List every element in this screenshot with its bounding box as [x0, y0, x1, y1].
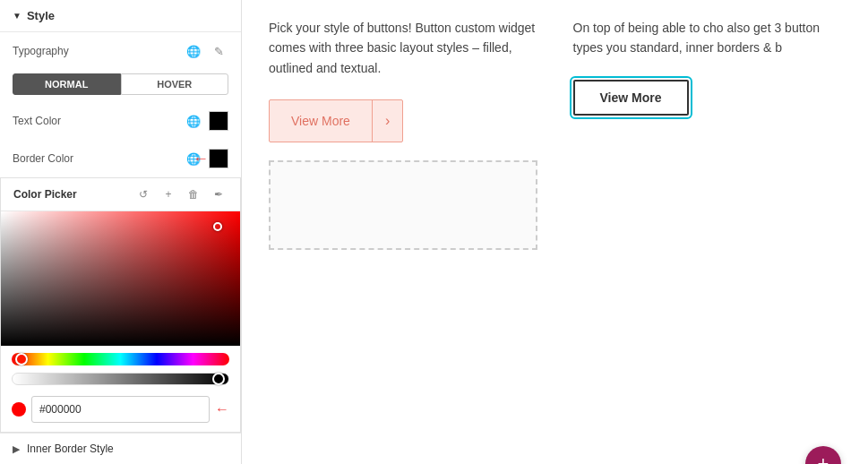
typography-row: Typography 🌐 ✎ [0, 32, 241, 70]
content-col-2: On top of being able to cho also get 3 b… [573, 18, 842, 250]
btn-arrow-icon[interactable]: › [373, 102, 402, 140]
content-col-1: Pick your style of buttons! Button custo… [269, 18, 537, 250]
state-tab-row: NORMAL HOVER [13, 73, 228, 95]
border-color-row: Border Color 🌐 ← [0, 140, 241, 177]
pencil-icon[interactable]: ✎ [209, 41, 228, 61]
rotate-icon[interactable]: ↺ [134, 185, 152, 203]
picker-dot[interactable] [213, 222, 222, 231]
border-color-label: Border Color [13, 152, 73, 165]
text-color-label: Text Color [13, 115, 61, 127]
content-columns: Pick your style of buttons! Button custo… [269, 18, 841, 250]
red-arrow-indicator: ← [193, 150, 209, 168]
alpha-thumb[interactable] [212, 373, 225, 385]
hex-color-dot [12, 402, 26, 417]
color-picker: Color Picker ↺ + 🗑 ✒ [0, 177, 241, 433]
view-more-button-1[interactable]: View More › [269, 99, 403, 142]
hue-slider[interactable] [12, 353, 229, 365]
style-header-label: Style [27, 9, 55, 22]
view-more-label-1[interactable]: View More [270, 103, 372, 139]
hex-red-arrow: ← [215, 401, 229, 417]
view-more-button-2[interactable]: View More [573, 80, 689, 116]
tab-normal[interactable]: NORMAL [13, 73, 121, 95]
hue-thumb[interactable] [15, 353, 28, 365]
text-color-swatch[interactable] [209, 111, 228, 131]
view-more-label-2[interactable]: View More [600, 90, 662, 105]
hue-slider-wrap [1, 346, 240, 369]
text-color-row: Text Color 🌐 [0, 102, 241, 140]
trash-icon[interactable]: 🗑 [185, 185, 202, 203]
hex-input-wrap: ← [1, 392, 240, 432]
main-content: Pick your style of buttons! Button custo… [242, 0, 868, 464]
globe-icon[interactable]: 🌐 [184, 41, 203, 61]
color-picker-title: Color Picker [13, 188, 127, 201]
typography-icons: 🌐 ✎ [184, 41, 228, 61]
alpha-slider-wrap [1, 369, 240, 392]
eyedropper-icon[interactable]: ✒ [210, 185, 228, 203]
color-picker-header: Color Picker ↺ + 🗑 ✒ [1, 178, 240, 211]
tab-hover[interactable]: HOVER [121, 73, 229, 95]
text-color-icons: 🌐 [184, 111, 228, 131]
border-color-swatch[interactable] [209, 149, 228, 168]
add-icon[interactable]: + [159, 185, 177, 203]
inner-border-row[interactable]: ▶ Inner Border Style [0, 433, 241, 464]
add-widget-button[interactable]: + [805, 446, 841, 464]
chevron-right-icon: ▶ [13, 443, 20, 455]
drop-area[interactable] [269, 160, 537, 250]
color-gradient-area[interactable] [1, 211, 240, 346]
chevron-down-icon: ▼ [13, 11, 21, 21]
typography-label: Typography [13, 45, 69, 57]
alpha-slider[interactable] [12, 373, 229, 385]
col1-text: Pick your style of buttons! Button custo… [269, 18, 537, 78]
col2-text: On top of being able to cho also get 3 b… [573, 18, 842, 58]
hex-input[interactable] [31, 396, 210, 423]
globe-icon-text[interactable]: 🌐 [184, 111, 203, 131]
style-header[interactable]: ▼ Style [0, 0, 241, 32]
left-panel: ▼ Style Typography 🌐 ✎ NORMAL HOVER Text… [0, 0, 242, 464]
inner-border-label: Inner Border Style [27, 443, 114, 455]
